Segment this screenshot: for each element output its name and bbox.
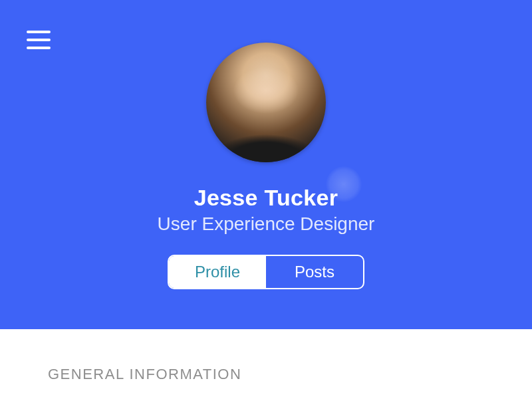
profile-role: User Experience Designer [158,213,375,235]
profile-header: Jesse Tucker User Experience Designer Pr… [0,0,532,329]
section-title-general-info: GENERAL INFORMATION [48,366,532,383]
tab-posts[interactable]: Posts [266,256,363,288]
tab-profile[interactable]: Profile [169,256,266,288]
tab-profile-label: Profile [195,263,240,281]
tab-posts-label: Posts [295,263,334,281]
avatar[interactable] [206,43,326,162]
profile-name: Jesse Tucker [194,185,338,211]
tab-segmented-control: Profile Posts [168,255,364,289]
content-area: GENERAL INFORMATION [0,329,532,399]
hamburger-icon[interactable] [27,31,51,49]
